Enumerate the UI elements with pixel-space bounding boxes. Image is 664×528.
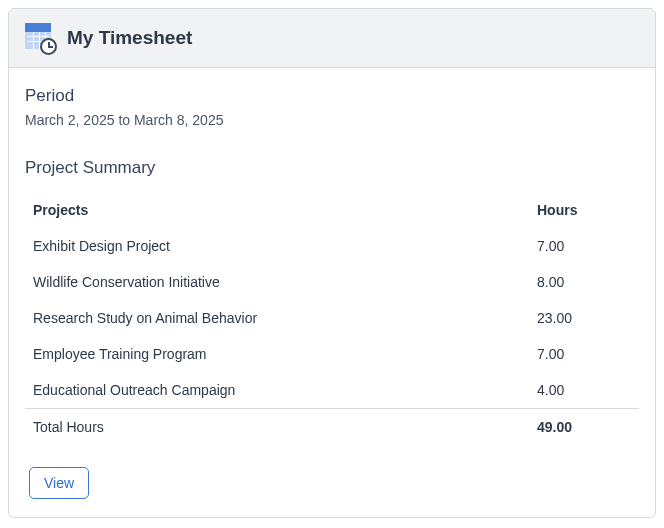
table-row: Exhibit Design Project 7.00 (25, 228, 639, 264)
summary-title: Project Summary (25, 158, 639, 178)
project-name: Research Study on Animal Behavior (25, 300, 529, 336)
timesheet-card: My Timesheet Period March 2, 2025 to Mar… (8, 8, 656, 518)
card-title: My Timesheet (67, 27, 192, 49)
project-name: Educational Outreach Campaign (25, 372, 529, 409)
card-body: Period March 2, 2025 to March 8, 2025 Pr… (9, 68, 655, 517)
project-hours: 23.00 (529, 300, 639, 336)
project-name: Wildlife Conservation Initiative (25, 264, 529, 300)
total-row: Total Hours 49.00 (25, 409, 639, 446)
total-hours: 49.00 (529, 409, 639, 446)
project-summary-table: Projects Hours Exhibit Design Project 7.… (25, 192, 639, 445)
project-name: Exhibit Design Project (25, 228, 529, 264)
card-header: My Timesheet (9, 9, 655, 68)
total-label: Total Hours (25, 409, 529, 446)
col-hours: Hours (529, 192, 639, 228)
timesheet-icon (25, 23, 55, 53)
table-header-row: Projects Hours (25, 192, 639, 228)
view-button[interactable]: View (29, 467, 89, 499)
project-name: Employee Training Program (25, 336, 529, 372)
period-text: March 2, 2025 to March 8, 2025 (25, 112, 639, 128)
table-row: Employee Training Program 7.00 (25, 336, 639, 372)
period-label: Period (25, 86, 639, 106)
project-hours: 8.00 (529, 264, 639, 300)
project-hours: 4.00 (529, 372, 639, 409)
actions: View (25, 467, 639, 499)
project-hours: 7.00 (529, 336, 639, 372)
table-row: Wildlife Conservation Initiative 8.00 (25, 264, 639, 300)
table-row: Research Study on Animal Behavior 23.00 (25, 300, 639, 336)
col-projects: Projects (25, 192, 529, 228)
table-row: Educational Outreach Campaign 4.00 (25, 372, 639, 409)
project-hours: 7.00 (529, 228, 639, 264)
